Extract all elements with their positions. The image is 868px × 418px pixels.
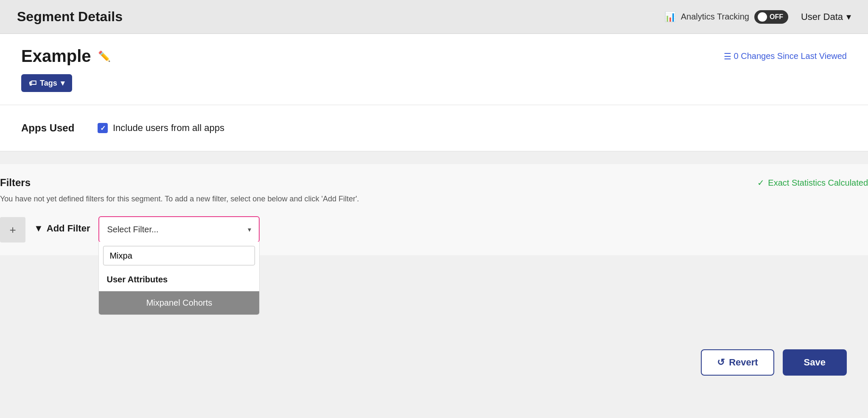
filter-search-input[interactable]	[103, 246, 255, 265]
include-all-apps-label: Include users from all apps	[113, 123, 224, 134]
header-right: 📊 Analytics Tracking OFF User Data ▾	[664, 10, 851, 24]
filter-dropdown-container: Select Filter... ▾ User Attributes Mixpa…	[98, 216, 260, 242]
dropdown-item-mixpanel-cohorts[interactable]: Mixpanel Cohorts	[99, 291, 259, 315]
analytics-toggle[interactable]: OFF	[754, 10, 788, 24]
exact-stats-text: Exact Statistics Calculated	[768, 178, 868, 188]
checkmark-icon: ✓	[757, 178, 764, 188]
toggle-state: OFF	[770, 13, 783, 21]
add-filter-row: + ▼ Add Filter Select Filter... ▾ User A…	[0, 216, 868, 242]
divider-1	[0, 105, 868, 105]
tags-button[interactable]: 🏷 Tags ▾	[21, 74, 72, 92]
header: Segment Details 📊 Analytics Tracking OFF…	[0, 0, 868, 34]
save-button[interactable]: Save	[783, 349, 847, 376]
page-title: Example	[21, 47, 91, 66]
divider-2	[0, 151, 868, 151]
tags-chevron-icon: ▾	[61, 78, 64, 88]
plus-button[interactable]: +	[0, 217, 25, 242]
analytics-icon: 📊	[664, 11, 676, 22]
analytics-tracking: 📊 Analytics Tracking OFF	[664, 10, 788, 24]
filters-section: Filters ✓ Exact Statistics Calculated Yo…	[0, 164, 868, 255]
list-icon: ☰	[724, 51, 731, 61]
edit-icon[interactable]: ✏️	[98, 50, 111, 62]
main-content: Example ✏️ ☰ 0 Changes Since Last Viewed…	[0, 34, 868, 151]
filters-label: Filters	[0, 177, 31, 189]
filters-header: Filters ✓ Exact Statistics Calculated	[0, 177, 868, 189]
filters-description: You have not yet defined filters for thi…	[0, 195, 868, 203]
user-data-dropdown[interactable]: User Data ▾	[801, 11, 851, 22]
toggle-circle	[758, 12, 767, 22]
add-filter-label: ▼ Add Filter	[34, 223, 90, 234]
search-wrapper	[99, 242, 259, 268]
revert-icon: ↺	[717, 357, 725, 368]
revert-label: Revert	[729, 357, 758, 368]
revert-button[interactable]: ↺ Revert	[701, 349, 774, 376]
analytics-label: Analytics Tracking	[681, 12, 749, 22]
page-header-title: Segment Details	[17, 9, 123, 25]
user-data-label: User Data	[801, 11, 843, 22]
checkbox-area: ✓ Include users from all apps	[98, 123, 224, 134]
changes-link[interactable]: ☰ 0 Changes Since Last Viewed	[724, 51, 847, 61]
title-row: Example ✏️ ☰ 0 Changes Since Last Viewed	[21, 47, 847, 66]
user-data-chevron-icon: ▾	[846, 11, 851, 22]
checkbox-check-icon: ✓	[100, 124, 106, 132]
exact-stats: ✓ Exact Statistics Calculated	[757, 178, 868, 188]
action-buttons: ↺ Revert Save	[701, 349, 847, 376]
title-left: Example ✏️	[21, 47, 111, 66]
include-all-apps-checkbox[interactable]: ✓	[98, 123, 108, 133]
dropdown-item-user-attributes[interactable]: User Attributes	[99, 268, 259, 291]
dropdown-chevron-icon: ▾	[248, 226, 251, 234]
add-filter-text: Add Filter	[47, 223, 90, 234]
apps-used-label: Apps Used	[21, 122, 89, 134]
select-filter-button[interactable]: Select Filter... ▾	[99, 217, 259, 242]
tag-icon: 🏷	[29, 79, 36, 88]
changes-link-text: 0 Changes Since Last Viewed	[734, 51, 847, 61]
apps-used-section: Apps Used ✓ Include users from all apps	[21, 118, 847, 138]
tags-button-label: Tags	[40, 79, 57, 88]
save-label: Save	[804, 357, 826, 368]
dropdown-menu: User Attributes Mixpanel Cohorts	[98, 242, 260, 315]
select-filter-placeholder: Select Filter...	[107, 225, 158, 234]
filter-icon: ▼	[34, 223, 43, 234]
